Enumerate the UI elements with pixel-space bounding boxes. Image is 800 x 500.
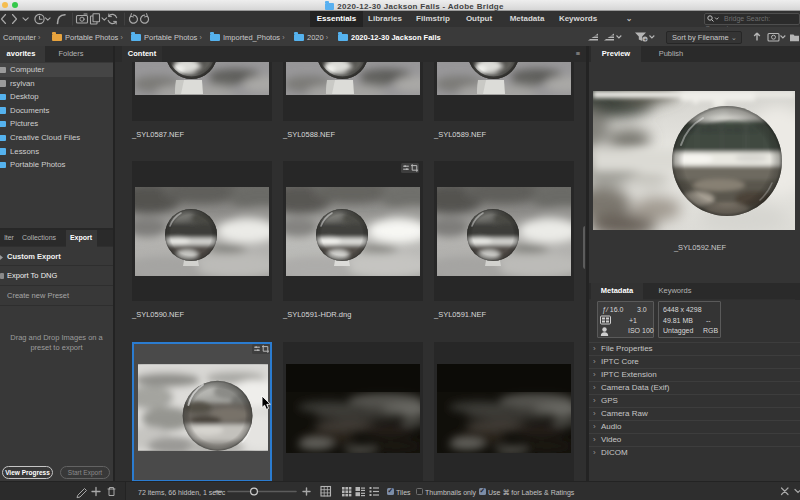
svg-text:+: + xyxy=(644,36,647,42)
